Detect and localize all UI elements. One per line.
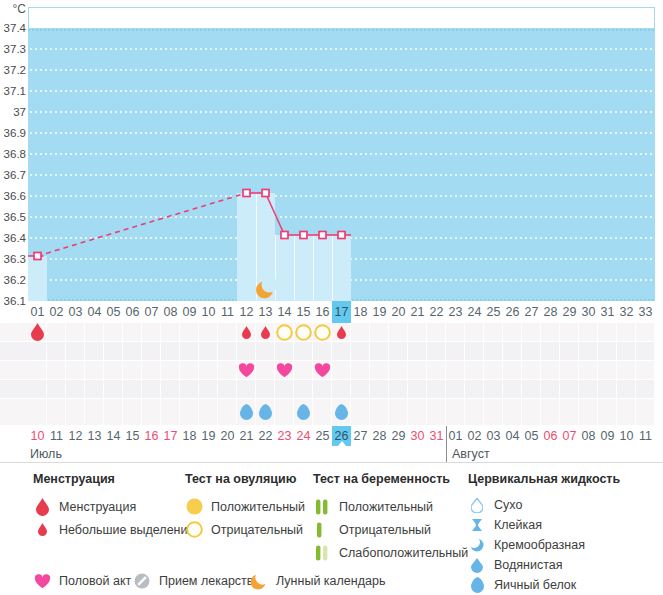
date-cell[interactable]: 29 [389,426,408,446]
date-cell[interactable]: 23 [275,426,294,446]
current-date-cell[interactable]: 26 [332,426,351,446]
day-cell[interactable]: 18 [351,301,370,323]
date-cell[interactable]: 27 [351,426,370,446]
day-cell[interactable]: 03 [66,301,85,323]
event-cell [541,342,560,360]
event-cell [370,361,389,379]
legend-section-title: Менструация [33,472,194,486]
event-cell [237,399,256,425]
day-cell[interactable]: 33 [636,301,655,323]
day-cell[interactable]: 11 [218,301,237,323]
date-cell[interactable]: 11 [636,426,655,446]
day-cell[interactable]: 16 [313,301,332,323]
event-cell [66,361,85,379]
event-cell [579,399,598,425]
legend-item-label: Слабоположительный [339,546,468,560]
date-cell[interactable]: 21 [237,426,256,446]
date-cell[interactable]: 06 [541,426,560,446]
event-cell [85,361,104,379]
day-cell[interactable]: 04 [85,301,104,323]
event-cell [465,380,484,398]
day-cell[interactable]: 29 [560,301,579,323]
day-cell[interactable]: 28 [541,301,560,323]
temperature-day-bar [313,235,332,301]
event-cell [427,342,446,360]
day-cell[interactable]: 14 [275,301,294,323]
day-cell[interactable]: 01 [28,301,47,323]
event-cell [484,323,503,341]
date-cell[interactable]: 02 [465,426,484,446]
month-label-july: Июль [30,447,62,462]
day-cell[interactable]: 15 [294,301,313,323]
event-cell [389,342,408,360]
event-cell [332,399,351,425]
event-cell [446,399,465,425]
date-cell[interactable]: 04 [503,426,522,446]
date-cell[interactable]: 18 [180,426,199,446]
date-cell[interactable]: 15 [123,426,142,446]
date-cell[interactable]: 16 [142,426,161,446]
day-cell[interactable]: 07 [142,301,161,323]
day-cell[interactable]: 09 [180,301,199,323]
date-cell[interactable]: 10 [28,426,47,446]
date-cell[interactable]: 28 [370,426,389,446]
date-cell[interactable]: 25 [313,426,332,446]
date-cell[interactable]: 19 [199,426,218,446]
day-cell[interactable]: 27 [522,301,541,323]
event-cell [66,342,85,360]
legend-item: Отрицательный [313,518,468,541]
y-axis-label: 36.1 [0,294,26,308]
day-cell[interactable]: 08 [161,301,180,323]
event-cell [408,380,427,398]
cervical-egg-white-icon [240,404,253,420]
day-cell[interactable]: 21 [408,301,427,323]
day-cell[interactable]: 32 [617,301,636,323]
event-cell [237,380,256,398]
date-cell[interactable]: 07 [560,426,579,446]
day-cell[interactable]: 12 [237,301,256,323]
date-cell[interactable]: 12 [66,426,85,446]
event-cell [408,323,427,341]
day-cell[interactable]: 31 [598,301,617,323]
date-cell[interactable]: 01 [446,426,465,446]
date-cell[interactable]: 08 [579,426,598,446]
date-cell[interactable]: 17 [161,426,180,446]
legend-footer-label: Лунный календарь [276,574,385,588]
date-cell[interactable]: 10 [617,426,636,446]
date-cell[interactable]: 14 [104,426,123,446]
date-cell[interactable]: 20 [218,426,237,446]
day-cell[interactable]: 20 [389,301,408,323]
date-cell[interactable]: 05 [522,426,541,446]
day-cell[interactable]: 22 [427,301,446,323]
event-cell [199,323,218,341]
date-cell[interactable]: 13 [85,426,104,446]
date-cell[interactable]: 11 [47,426,66,446]
day-cell[interactable]: 10 [199,301,218,323]
day-cell[interactable]: 30 [579,301,598,323]
day-cell[interactable]: 24 [465,301,484,323]
day-cell[interactable]: 23 [446,301,465,323]
date-cell[interactable]: 30 [408,426,427,446]
cervical-egg-white-icon [335,404,348,420]
date-cell[interactable]: 09 [598,426,617,446]
date-cell[interactable]: 22 [256,426,275,446]
date-cell[interactable]: 31 [427,426,446,446]
event-cell [484,380,503,398]
legend-item: Небольшие выделения [33,518,194,541]
day-cell[interactable]: 19 [370,301,389,323]
current-day-cell[interactable]: 17 [332,301,351,323]
event-cell [503,342,522,360]
day-cell[interactable]: 25 [484,301,503,323]
ovulation-positive-icon [185,498,203,515]
day-cell[interactable]: 26 [503,301,522,323]
day-cell[interactable]: 02 [47,301,66,323]
day-cell[interactable]: 06 [123,301,142,323]
day-cell[interactable]: 13 [256,301,275,323]
date-cell[interactable]: 24 [294,426,313,446]
date-cell[interactable]: 03 [484,426,503,446]
spotting-drop-icon [33,523,51,536]
event-cell [104,323,123,341]
day-cell[interactable]: 05 [104,301,123,323]
cervical-creamy-icon [468,538,486,552]
event-cell [85,323,104,341]
